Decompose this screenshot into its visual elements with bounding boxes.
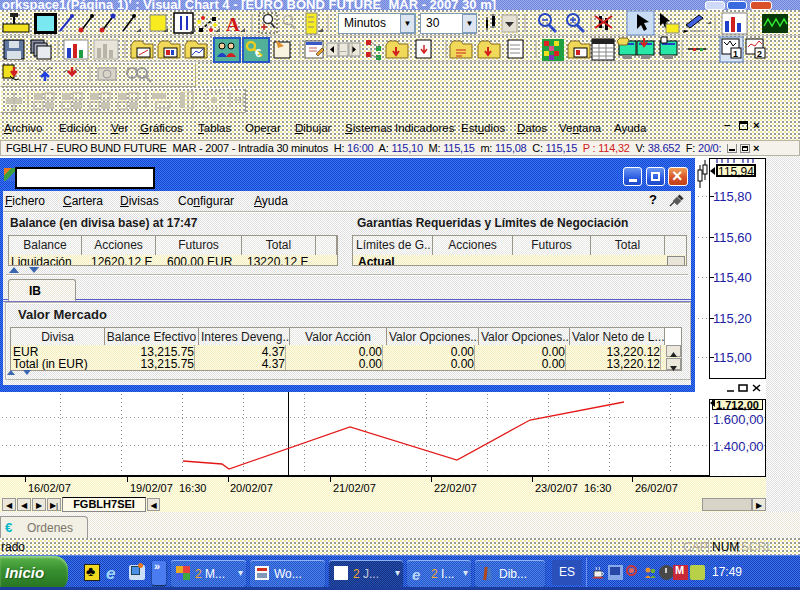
svg-text:2: 2 [757, 49, 762, 59]
svg-text:A: A [226, 14, 240, 35]
svg-text:...: ... [340, 46, 346, 53]
svg-text:1: 1 [733, 49, 738, 59]
svg-text:€: € [255, 47, 261, 59]
